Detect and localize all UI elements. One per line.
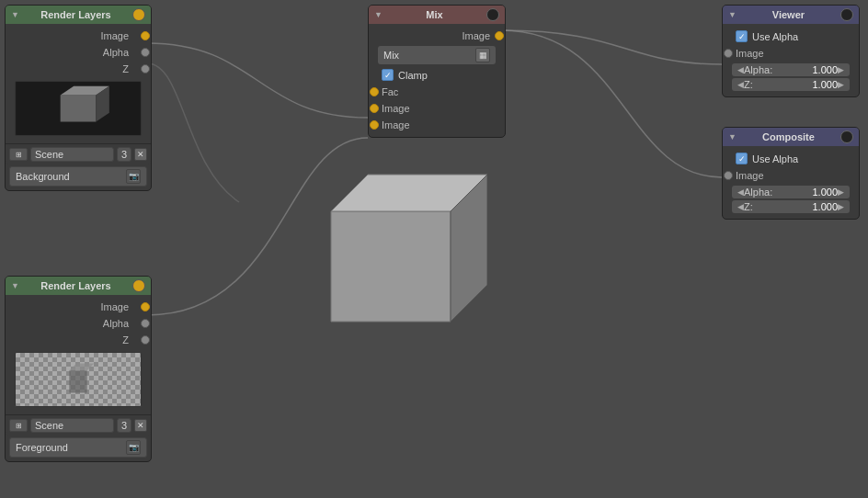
viewer-body: Use Alpha Image ◀ Alpha: 1.000 ▶ ◀ Z: 1.… xyxy=(723,24,859,96)
render-layers-bg-node: ▼ Render Layers Image Alpha Z xyxy=(5,5,152,191)
mix-image-output-row: Image xyxy=(374,28,499,44)
scene-dropdown-bg[interactable]: Scene xyxy=(30,147,114,162)
viewer-z-right-arrow[interactable]: ▶ xyxy=(838,80,844,89)
render-layers-bg-dot xyxy=(132,8,145,21)
collapse-arrow-bg[interactable]: ▼ xyxy=(11,10,19,19)
z-socket-fg[interactable] xyxy=(141,335,150,345)
collapse-arrow-composite[interactable]: ▼ xyxy=(728,132,737,141)
layer-label-bg: Background xyxy=(16,171,70,182)
fac-row: Fac xyxy=(374,84,499,100)
z-output-row-fg: Z xyxy=(11,332,145,348)
svg-marker-8 xyxy=(69,370,86,392)
viewer-z-left-arrow[interactable]: ◀ xyxy=(737,80,744,89)
mix-node: ▼ Mix Image Mix ▦ Clamp Fac Image xyxy=(368,5,506,138)
viewer-use-alpha-row: Use Alpha xyxy=(728,28,853,45)
composite-alpha-field[interactable]: ◀ Alpha: 1.000 ▶ xyxy=(732,186,850,198)
composite-alpha-right-arrow[interactable]: ▶ xyxy=(838,187,844,197)
viewer-alpha-value: 1.000 xyxy=(812,64,838,75)
image-label-bg: Image xyxy=(11,30,136,41)
composite-z-right-arrow[interactable]: ▶ xyxy=(838,202,844,211)
svg-marker-4 xyxy=(61,96,97,122)
mix-image-in1-socket[interactable] xyxy=(370,104,379,113)
bg-layer-row: Background 📷 xyxy=(6,164,151,190)
render-layers-fg-node: ▼ Render Layers Image Alpha Z ⊞ xyxy=(5,276,152,462)
alpha-socket-fg[interactable] xyxy=(141,319,150,328)
scene-num-fg[interactable]: 3 xyxy=(117,418,131,433)
cube-preview xyxy=(294,138,487,358)
composite-z-left-arrow[interactable]: ◀ xyxy=(737,202,744,211)
viewer-use-alpha-checkbox[interactable] xyxy=(736,30,748,42)
composite-z-field[interactable]: ◀ Z: 1.000 ▶ xyxy=(732,200,850,213)
viewer-image-label: Image xyxy=(736,48,764,59)
scene-dropdown-fg[interactable]: Scene xyxy=(30,418,114,433)
alpha-socket-bg[interactable] xyxy=(141,48,150,57)
viewer-alpha-right-arrow[interactable]: ▶ xyxy=(838,65,844,74)
close-btn-fg[interactable]: ✕ xyxy=(134,419,147,432)
mix-image-in2-row: Image xyxy=(374,117,499,133)
clamp-label: Clamp xyxy=(398,70,428,81)
composite-use-alpha-row: Use Alpha xyxy=(728,150,853,167)
scene-num-bg[interactable]: 3 xyxy=(117,147,131,162)
mix-image-in1-label: Image xyxy=(382,103,410,114)
layer-dropdown-fg[interactable]: Foreground 📷 xyxy=(9,437,147,458)
render-layers-bg-title: Render Layers xyxy=(23,9,129,20)
bg-node-bottom: ⊞ Scene 3 ✕ xyxy=(6,143,151,164)
fac-label: Fac xyxy=(382,86,398,97)
collapse-arrow-mix[interactable]: ▼ xyxy=(374,10,383,19)
mix-dot xyxy=(486,8,499,21)
image-socket-fg[interactable] xyxy=(141,302,150,311)
clamp-checkbox[interactable] xyxy=(382,69,394,81)
camera-btn-bg[interactable]: 📷 xyxy=(126,169,141,184)
collapse-arrow-viewer[interactable]: ▼ xyxy=(728,10,737,19)
viewer-z-field[interactable]: ◀ Z: 1.000 ▶ xyxy=(732,78,850,91)
composite-alpha-left-arrow[interactable]: ◀ xyxy=(737,187,744,197)
composite-header: ▼ Composite xyxy=(723,128,859,146)
camera-btn-fg[interactable]: 📷 xyxy=(126,440,141,455)
close-btn-bg[interactable]: ✕ xyxy=(134,148,147,161)
fg-layer-row: Foreground 📷 xyxy=(6,436,151,461)
mix-mode-icon: ▦ xyxy=(475,48,490,62)
z-output-row-bg: Z xyxy=(11,61,145,77)
mix-image-in2-socket[interactable] xyxy=(370,120,379,130)
composite-image-label: Image xyxy=(736,170,764,181)
image-label-fg: Image xyxy=(11,301,136,312)
mix-mode-dropdown[interactable]: Mix ▦ xyxy=(378,46,496,64)
composite-dot xyxy=(840,130,853,143)
fg-preview xyxy=(15,352,142,407)
render-layers-fg-title: Render Layers xyxy=(23,280,129,291)
composite-image-socket[interactable] xyxy=(724,171,733,180)
render-layers-fg-header: ▼ Render Layers xyxy=(6,277,151,295)
collapse-arrow-fg[interactable]: ▼ xyxy=(11,281,19,290)
viewer-alpha-field[interactable]: ◀ Alpha: 1.000 ▶ xyxy=(732,63,850,76)
mix-image-out-label: Image xyxy=(462,30,490,41)
layer-dropdown-bg[interactable]: Background 📷 xyxy=(9,166,147,187)
image-socket-bg[interactable] xyxy=(141,31,150,40)
composite-body: Use Alpha Image ◀ Alpha: 1.000 ▶ ◀ Z: 1.… xyxy=(723,146,859,219)
bg-preview xyxy=(15,81,142,136)
mix-body: Image Mix ▦ Clamp Fac Image Image xyxy=(369,24,505,137)
fac-socket[interactable] xyxy=(370,87,379,96)
scene-icon-bg: ⊞ xyxy=(9,148,28,161)
composite-use-alpha-checkbox[interactable] xyxy=(736,153,748,164)
z-label-fg: Z xyxy=(11,334,136,345)
alpha-output-row-bg: Alpha xyxy=(11,44,145,61)
viewer-image-socket[interactable] xyxy=(724,49,733,58)
clamp-row: Clamp xyxy=(374,66,499,84)
render-layers-fg-dot xyxy=(132,279,145,292)
scene-label-bg: Scene xyxy=(35,149,63,160)
render-layers-bg-header: ▼ Render Layers xyxy=(6,6,151,24)
render-layers-bg-body: Image Alpha Z xyxy=(6,24,151,143)
viewer-dot xyxy=(840,8,853,21)
mix-image-out-socket[interactable] xyxy=(495,31,504,40)
image-output-row-fg: Image xyxy=(11,299,145,315)
mix-title: Mix xyxy=(386,9,483,20)
mix-header: ▼ Mix xyxy=(369,6,505,24)
composite-use-alpha-label: Use Alpha xyxy=(752,153,798,164)
svg-marker-0 xyxy=(331,211,451,322)
alpha-label-fg: Alpha xyxy=(11,318,136,329)
composite-title: Composite xyxy=(740,131,837,142)
viewer-alpha-left-arrow[interactable]: ◀ xyxy=(737,65,744,74)
alpha-label-bg: Alpha xyxy=(11,47,136,58)
mix-image-in1-row: Image xyxy=(374,100,499,117)
z-socket-bg[interactable] xyxy=(141,64,150,74)
